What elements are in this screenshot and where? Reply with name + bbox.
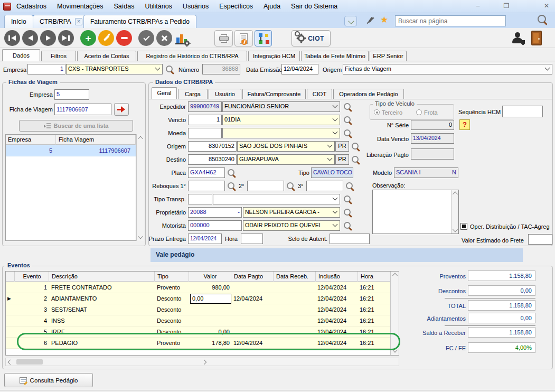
tab-tabela-frete-minimo[interactable]: Tabela de Frete Mínimo: [301, 51, 369, 61]
observacao-textarea[interactable]: [372, 190, 459, 234]
search-icon[interactable]: [344, 116, 352, 125]
tipo-transp-code-field[interactable]: [188, 194, 212, 204]
tab-filtros[interactable]: Filtros: [41, 51, 76, 61]
prazo-entrega-field[interactable]: 12/04/2024: [188, 234, 222, 244]
nav-prev-button[interactable]: [22, 30, 38, 46]
tab-dados[interactable]: Dados: [2, 49, 40, 61]
chevron-down-icon[interactable]: [344, 16, 357, 26]
menu-especificos[interactable]: Específicos: [214, 0, 258, 13]
search-icon[interactable]: [287, 182, 295, 191]
reboque1-field[interactable]: [188, 181, 225, 191]
search-icon[interactable]: [228, 169, 236, 178]
report-button[interactable]: [234, 30, 253, 46]
tab-faturamento[interactable]: Faturamento CTRB/RPAs a Pedido: [83, 15, 196, 28]
menu-saidas[interactable]: Saídas: [109, 0, 140, 13]
motorista-code-field[interactable]: 000000: [188, 220, 242, 231]
origem-cidade-combo[interactable]: SAO JOSE DOS PINHAIS: [237, 141, 335, 152]
tab-operadora-pedagio[interactable]: Operadora de Pedágio: [333, 89, 404, 99]
scroll-down-icon[interactable]: [392, 348, 398, 353]
observacao-scrollbar[interactable]: [451, 190, 458, 234]
selo-field[interactable]: [330, 234, 370, 244]
window-restore-button[interactable]: ❐: [502, 2, 511, 11]
chart-button[interactable]: [175, 31, 190, 45]
oper-distribuicao-checkbox[interactable]: [460, 223, 467, 230]
pin-off-icon[interactable]: [365, 16, 375, 25]
destino-cidade-combo[interactable]: GUARAPUAVA: [237, 154, 335, 165]
search-icon[interactable]: [344, 129, 352, 138]
scroll-up-icon[interactable]: [392, 273, 398, 278]
origem-code-field[interactable]: 83070152: [188, 141, 237, 152]
search-input[interactable]: [395, 15, 506, 26]
fichas-grid-scrollbar[interactable]: [136, 134, 144, 241]
delete-button[interactable]: [116, 30, 132, 46]
search-icon[interactable]: [344, 209, 352, 217]
confirm-button[interactable]: [138, 30, 154, 46]
user-shield-icon[interactable]: [511, 32, 525, 45]
exit-door-icon[interactable]: [531, 31, 542, 45]
structure-button[interactable]: [255, 30, 272, 46]
menu-movimentacoes[interactable]: Movimentações: [52, 0, 109, 13]
add-button[interactable]: +: [80, 30, 96, 46]
empresa-code-field[interactable]: 1: [27, 64, 65, 74]
search-icon[interactable]: [346, 182, 354, 191]
eventos-grid-scrollbar[interactable]: [390, 272, 399, 355]
menu-utilitarios[interactable]: Utilitários: [139, 0, 177, 13]
table-row[interactable]: 5 IRRF Desconto 0,00 12/04/2024 16:21: [6, 326, 399, 338]
empresa-name-combo[interactable]: CXS - TRANSPORTES: [66, 64, 163, 74]
tipo-transp-combo[interactable]: [213, 194, 340, 204]
destino-code-field[interactable]: 85030240: [188, 154, 237, 165]
window-close-button[interactable]: ✕: [542, 2, 551, 11]
nav-first-button[interactable]: [4, 30, 20, 46]
fichas-grid-row[interactable]: 5 1117906607: [6, 145, 136, 156]
window-minimize-button[interactable]: –: [473, 2, 483, 11]
nav-last-button[interactable]: [58, 30, 74, 46]
reboque3-field[interactable]: [306, 181, 343, 191]
tab-inicio[interactable]: Início: [4, 15, 33, 28]
search-icon[interactable]: [344, 103, 352, 111]
tab-registro-historico[interactable]: Registro de Histórico do CTRB/RPA: [137, 51, 247, 61]
eventos-hscrollbar[interactable]: [5, 358, 399, 366]
search-icon[interactable]: [344, 195, 352, 204]
table-row[interactable]: 3 SEST/SENAT Desconto 12/04/2024 16:21: [6, 304, 399, 315]
moeda-combo[interactable]: [222, 128, 340, 138]
origem-combo[interactable]: Fichas de Viagem: [343, 64, 552, 74]
search-icon[interactable]: [166, 66, 174, 74]
tab-erp-senior[interactable]: ERP Senior: [370, 51, 407, 61]
search-icon[interactable]: [538, 15, 548, 25]
edit-button[interactable]: [98, 30, 114, 46]
search-icon[interactable]: [228, 182, 236, 191]
scroll-up-icon[interactable]: [453, 192, 458, 197]
nav-next-button[interactable]: [40, 30, 56, 46]
help-button[interactable]: ?: [459, 119, 470, 130]
print-button[interactable]: [214, 30, 233, 46]
table-row-current[interactable]: ▶ 2 ADIANTAMENTO Desconto 0,00 12/04/202…: [6, 293, 399, 304]
placa-field[interactable]: GXA4H62: [188, 167, 225, 178]
ciot-button[interactable]: CIOT: [291, 30, 331, 46]
valor-estimado-field[interactable]: [528, 234, 552, 245]
close-icon[interactable]: [75, 18, 82, 25]
tab-ciot[interactable]: CIOT: [307, 89, 332, 99]
scroll-down-icon[interactable]: [453, 227, 458, 232]
tab-usuario[interactable]: Usuário: [209, 89, 241, 99]
search-icon[interactable]: [352, 143, 360, 151]
proprietario-combo[interactable]: NELSON PEREIRA GARCIA -: [243, 207, 340, 218]
tab-acerto-de-contas[interactable]: Acerto de Contas: [77, 51, 136, 61]
scroll-right-icon[interactable]: [202, 360, 207, 365]
proprietario-code-field[interactable]: 20088-: [188, 207, 242, 218]
fichas-empresa-field[interactable]: 5: [54, 89, 89, 100]
table-row[interactable]: 1 FRETE CONTRATADO Provento 980,00 12/04…: [6, 282, 399, 293]
table-row[interactable]: 4 INSS Desconto 12/04/2024 16:21: [6, 315, 399, 326]
eventos-grid[interactable]: Evento Descrição Tipo Valor Data Pagto D…: [5, 271, 399, 356]
tab-integracao-hcm[interactable]: Integração HCM: [248, 51, 300, 61]
hora-field[interactable]: [241, 234, 263, 244]
motorista-combo[interactable]: ODAIR PEIXOTO DE QUEVEI: [243, 220, 340, 231]
scroll-left-icon[interactable]: [8, 360, 13, 365]
hscroll-thumb[interactable]: [16, 359, 43, 365]
menu-cadastros[interactable]: Cadastros: [11, 0, 52, 13]
search-icon[interactable]: [344, 222, 352, 230]
vencto-code-field[interactable]: 1: [188, 115, 222, 125]
chevron-down-icon[interactable]: [155, 66, 161, 71]
ficha-export-button[interactable]: [114, 103, 129, 116]
data-emissao-field[interactable]: 12/04/2024: [281, 64, 318, 74]
vencto-combo[interactable]: 01DIA: [222, 115, 340, 125]
